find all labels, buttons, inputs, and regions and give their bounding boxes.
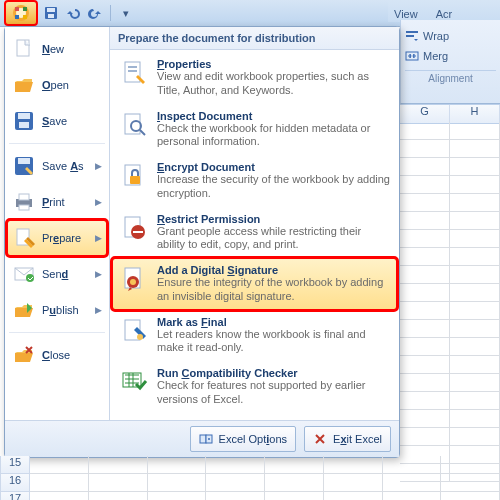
row-header-17[interactable]: 17	[0, 492, 30, 500]
send-icon	[12, 262, 36, 286]
prepare-compat[interactable]: Run Compatibility CheckerCheck for featu…	[112, 361, 397, 413]
office-menu-item-prepare[interactable]: Prepare▶	[7, 220, 107, 256]
svg-rect-14	[18, 113, 30, 119]
merge-label: Merg	[423, 50, 448, 62]
submenu-description: Increase the security of the workbook by…	[157, 173, 390, 201]
submenu-title: Encrypt Document	[157, 161, 390, 173]
office-menu: NewOpenSaveSave As▶Print▶Prepare▶Send▶Pu…	[4, 26, 400, 458]
svg-rect-17	[18, 158, 30, 164]
row-header-15[interactable]: 15	[0, 456, 30, 474]
prepare-encrypt[interactable]: Encrypt DocumentIncrease the security of…	[112, 155, 397, 207]
compat-icon	[119, 367, 149, 397]
submenu-description: View and edit workbook properties, such …	[157, 70, 390, 98]
office-menu-right: Prepare the document for distribution Pr…	[110, 27, 399, 420]
submenu-arrow-icon: ▶	[95, 161, 102, 171]
column-header-g[interactable]: G	[400, 105, 450, 123]
column-header-h[interactable]: H	[450, 105, 500, 123]
svg-point-42	[208, 438, 210, 440]
svg-point-36	[130, 279, 136, 285]
excel-options-label: Excel Options	[219, 433, 288, 445]
svg-point-23	[26, 274, 34, 282]
column-headers[interactable]: G H	[400, 104, 500, 124]
prepare-submenu-header: Prepare the document for distribution	[110, 27, 399, 50]
encrypt-icon	[119, 161, 149, 191]
office-menu-footer: Excel Options Exit Excel	[5, 420, 399, 457]
svg-rect-30	[130, 176, 140, 184]
svg-rect-15	[19, 122, 29, 128]
submenu-description: Let readers know the workbook is final a…	[157, 328, 390, 356]
svg-rect-33	[133, 231, 143, 233]
wrap-text-icon	[405, 29, 419, 43]
open-icon	[12, 73, 36, 97]
prepare-final[interactable]: Mark as FinalLet readers know the workbo…	[112, 310, 397, 362]
submenu-title: Restrict Permission	[157, 213, 390, 225]
submenu-title: Inspect Document	[157, 110, 390, 122]
office-menu-item-publish[interactable]: Publish▶	[7, 292, 107, 328]
office-menu-item-open[interactable]: Open	[7, 67, 107, 103]
office-menu-item-close[interactable]: Close	[7, 337, 107, 373]
save-icon	[12, 109, 36, 133]
office-menu-item-save[interactable]: Save	[7, 103, 107, 139]
submenu-arrow-icon: ▶	[95, 197, 102, 207]
submenu-title: Properties	[157, 58, 390, 70]
prepare-properties[interactable]: PropertiesView and edit workbook propert…	[112, 52, 397, 104]
prepare-restrict[interactable]: Restrict PermissionGrant people access w…	[112, 207, 397, 259]
submenu-description: Check for features not supported by earl…	[157, 379, 390, 407]
prepare-signature[interactable]: Add a Digital SignatureEnsure the integr…	[112, 258, 397, 310]
svg-rect-7	[47, 8, 55, 12]
ribbon-tab-view[interactable]: View	[394, 8, 418, 20]
row-header-16[interactable]: 16	[0, 474, 30, 492]
ribbon-alignment-group: Wrap Merg Alignment	[400, 20, 500, 104]
office-menu-left: NewOpenSaveSave As▶Print▶Prepare▶Send▶Pu…	[5, 27, 110, 420]
svg-rect-25	[128, 66, 137, 68]
submenu-description: Check the workbook for hidden metadata o…	[157, 122, 390, 150]
office-menu-item-saveas[interactable]: Save As▶	[7, 148, 107, 184]
svg-rect-9	[406, 31, 418, 33]
office-menu-item-label: Save As	[42, 160, 84, 172]
qat-undo-icon[interactable]	[64, 4, 82, 22]
svg-rect-3	[23, 7, 27, 11]
office-menu-item-label: Open	[42, 79, 69, 91]
final-icon	[119, 316, 149, 346]
restrict-icon	[119, 213, 149, 243]
row-headers[interactable]: 15 16 17	[0, 456, 30, 500]
merge-center-button[interactable]: Merg	[405, 46, 496, 66]
signature-icon	[119, 264, 149, 294]
submenu-description: Grant people access while restricting th…	[157, 225, 390, 253]
office-menu-item-print[interactable]: Print▶	[7, 184, 107, 220]
submenu-title: Run Compatibility Checker	[157, 367, 390, 379]
office-menu-item-label: Publish	[42, 304, 79, 316]
exit-excel-button[interactable]: Exit Excel	[304, 426, 391, 452]
prepare-inspect[interactable]: Inspect DocumentCheck the workbook for h…	[112, 104, 397, 156]
office-menu-item-label: Print	[42, 196, 65, 208]
ribbon-tabs: View Acr	[388, 0, 500, 22]
office-menu-item-label: Send	[42, 268, 68, 280]
ribbon-tab-acrobat[interactable]: Acr	[436, 8, 453, 20]
qat-separator	[110, 5, 111, 21]
worksheet-cells-bottom[interactable]	[30, 456, 500, 500]
qat-redo-icon[interactable]	[86, 4, 104, 22]
qat-customize-dropdown-icon[interactable]: ▾	[117, 4, 135, 22]
exit-excel-label: Exit Excel	[333, 433, 382, 445]
office-button[interactable]	[4, 0, 38, 26]
svg-rect-5	[23, 15, 27, 19]
inspect-icon	[119, 110, 149, 140]
submenu-arrow-icon: ▶	[95, 233, 102, 243]
excel-options-button[interactable]: Excel Options	[190, 426, 297, 452]
prepare-submenu: PropertiesView and edit workbook propert…	[110, 50, 399, 420]
saveas-icon	[12, 154, 36, 178]
new-icon	[12, 37, 36, 61]
qat-save-icon[interactable]	[42, 4, 60, 22]
worksheet-cells-right[interactable]	[400, 122, 500, 500]
office-menu-item-send[interactable]: Send▶	[7, 256, 107, 292]
ribbon-group-label: Alignment	[405, 70, 496, 84]
prepare-icon	[12, 226, 36, 250]
wrap-text-button[interactable]: Wrap	[405, 26, 496, 46]
submenu-title: Add a Digital Signature	[157, 264, 390, 276]
svg-rect-19	[19, 194, 29, 200]
office-menu-item-label: Prepare	[42, 232, 81, 244]
options-icon	[199, 432, 213, 446]
svg-rect-8	[48, 14, 54, 18]
svg-rect-4	[15, 15, 19, 19]
office-menu-item-new[interactable]: New	[7, 31, 107, 67]
